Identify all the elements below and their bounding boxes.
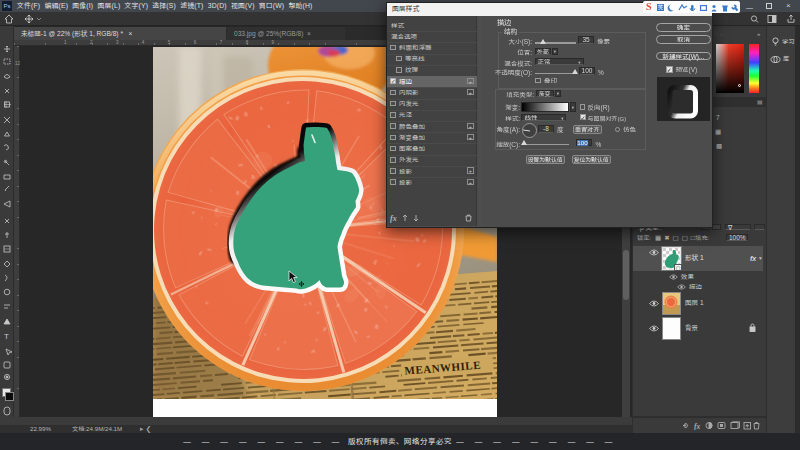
svg-text:T: T (4, 332, 9, 341)
svg-text:fx: fx (390, 214, 397, 223)
svg-text:fx: fx (694, 422, 700, 431)
